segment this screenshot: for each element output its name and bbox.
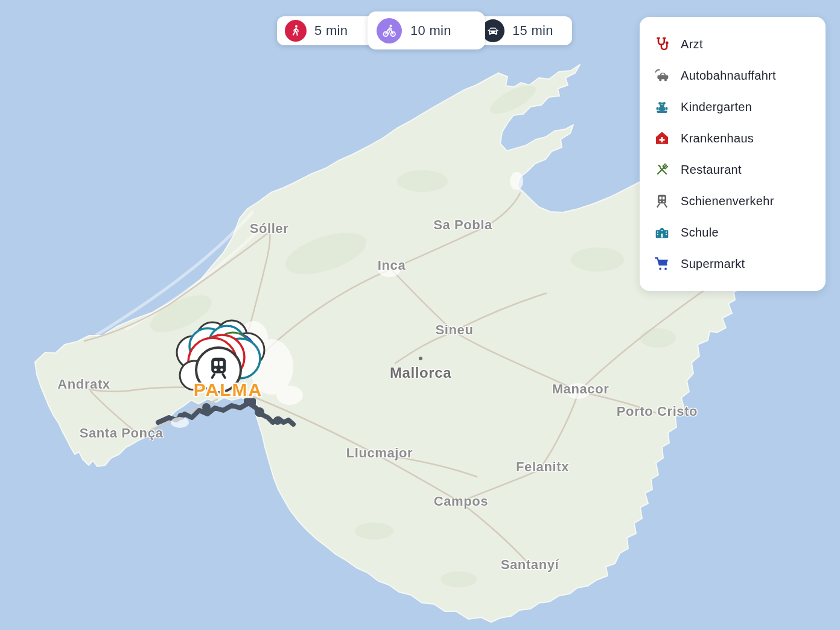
highway-ramp-car-icon (654, 68, 670, 83)
legend-item-schienenverkehr[interactable]: Schienenverkehr (640, 193, 826, 209)
legend-item-autobahnauffahrt[interactable]: Autobahnauffahrt (640, 68, 826, 83)
school-building-icon (654, 224, 670, 240)
drive-time-label: 15 min (512, 23, 553, 39)
walking-icon (285, 20, 307, 42)
legend-label: Schule (681, 226, 719, 240)
teddy-bear-icon (654, 99, 670, 115)
shopping-cart-icon (654, 256, 670, 272)
legend-item-restaurant[interactable]: Restaurant (640, 162, 826, 177)
legend-item-schule[interactable]: Schule (640, 224, 826, 240)
legend-item-supermarkt[interactable]: Supermarkt (640, 256, 826, 272)
legend-item-arzt[interactable]: Arzt (640, 36, 826, 52)
walk-time-pill[interactable]: 5 min (277, 16, 377, 45)
drive-time-pill[interactable]: 15 min (474, 16, 572, 45)
legend-label: Kindergarten (681, 100, 752, 114)
bike-time-label: 10 min (410, 23, 451, 39)
bike-time-pill[interactable]: 10 min (368, 11, 485, 49)
hospital-house-icon (654, 130, 670, 146)
stethoscope-icon (654, 36, 670, 52)
legend-label: Autobahnauffahrt (681, 69, 776, 83)
legend-label: Schienenverkehr (681, 194, 774, 208)
legend-item-krankenhaus[interactable]: Krankenhaus (640, 130, 826, 146)
legend-label: Arzt (681, 37, 703, 51)
bicycle-icon (377, 18, 402, 43)
poi-legend-panel: Arzt Autobahnauffahrt (640, 17, 826, 291)
legend-label: Restaurant (681, 163, 742, 177)
legend-label: Krankenhaus (681, 132, 754, 145)
train-icon (654, 193, 670, 209)
cutlery-icon (654, 162, 670, 177)
screen: Sóller Sa Pobla Inca Sineu Mallorca Mana… (0, 0, 840, 630)
legend-item-kindergarten[interactable]: Kindergarten (640, 99, 826, 115)
walk-time-label: 5 min (314, 23, 348, 39)
legend-label: Supermarkt (681, 257, 745, 271)
